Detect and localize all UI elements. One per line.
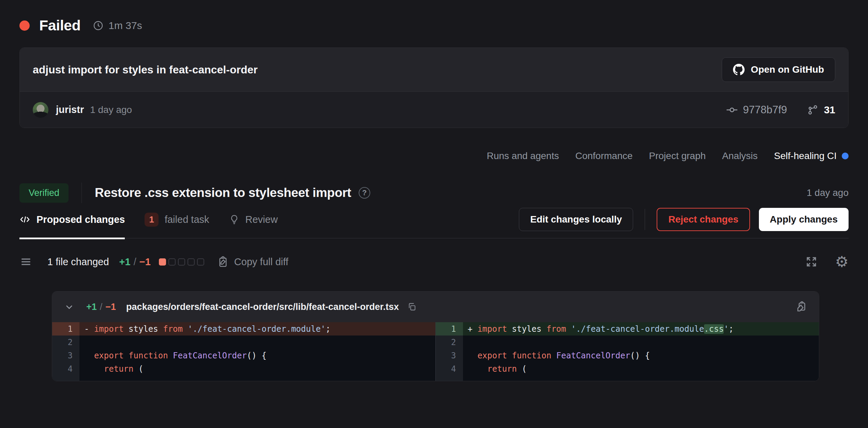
- code-line: 4 return (: [52, 362, 435, 375]
- diff-pane-before: 1 - import styles from './feat-cancel-or…: [52, 322, 436, 381]
- code-line: 1 - import styles from './feat-cancel-or…: [52, 322, 435, 336]
- github-icon: [733, 64, 745, 75]
- nav-analysis[interactable]: Analysis: [722, 151, 758, 161]
- tab-label: failed task: [165, 214, 209, 225]
- copy-full-diff-button[interactable]: Copy full diff: [217, 256, 288, 268]
- line-number: 1: [436, 322, 463, 336]
- clipboard-paste-icon[interactable]: [795, 301, 807, 313]
- git-commit-icon: [726, 104, 738, 116]
- tab-label: Proposed changes: [36, 214, 125, 225]
- diff-body: 1 - import styles from './feat-cancel-or…: [52, 322, 819, 381]
- code-text: return (: [79, 362, 435, 375]
- vertical-divider: [81, 183, 82, 203]
- fix-time-ago: 1 day ago: [807, 187, 849, 198]
- file-deletions: −1: [105, 302, 116, 312]
- nav-label: Conformance: [575, 151, 632, 161]
- code-line: 1 + import styles from './feat-cancel-or…: [436, 322, 819, 336]
- tab-proposed-changes[interactable]: Proposed changes: [19, 214, 125, 225]
- commit-message: adjust import for styles in feat-cancel-…: [33, 63, 258, 76]
- file-diffstat: +1 / −1: [86, 302, 116, 312]
- nav-label: Self-healing CI: [774, 151, 837, 161]
- commit-hash: 9778b7f9: [743, 104, 787, 116]
- code-text: return (: [463, 362, 819, 375]
- file-diffstat-slash: /: [100, 302, 103, 312]
- nav-label: Runs and agents: [487, 151, 559, 161]
- nav-project-graph[interactable]: Project graph: [649, 151, 706, 161]
- diff-file-header: +1 / −1 packages/orders/feat-cancel-orde…: [52, 291, 819, 322]
- apply-changes-button[interactable]: Apply changes: [759, 208, 849, 231]
- fix-heading-row: Verified Restore .css extension to style…: [19, 183, 849, 203]
- clipboard-icon: [217, 256, 229, 268]
- status-failed-dot: [19, 20, 30, 31]
- author-name: juristr: [56, 104, 84, 115]
- code-text: export function FeatCancelOrder() {: [463, 349, 819, 362]
- run-duration: 1m 37s: [108, 20, 142, 31]
- file-list-icon[interactable]: [19, 255, 32, 268]
- line-number: 2: [436, 336, 463, 349]
- commit-hash-group[interactable]: 9778b7f9: [726, 104, 787, 116]
- nav-conformance[interactable]: Conformance: [575, 151, 632, 161]
- commit-title-row: adjust import for styles in feat-cancel-…: [20, 48, 848, 91]
- code-text: - import styles from './feat-cancel-orde…: [79, 322, 435, 336]
- fix-title: Restore .css extension to stylesheet imp…: [95, 186, 351, 200]
- code-line: 4 return (: [436, 362, 819, 375]
- fix-tabs-row: Proposed changes 1 failed task Review Ed…: [19, 203, 849, 239]
- git-branch-icon: [807, 104, 819, 116]
- code-line: 2: [52, 336, 435, 349]
- diffstat-slash: /: [134, 256, 136, 268]
- code-icon: [19, 214, 30, 225]
- copy-full-diff-label: Copy full diff: [234, 256, 288, 268]
- lightbulb-icon: [229, 214, 239, 225]
- code-line: 2: [436, 336, 819, 349]
- clock-icon: [93, 20, 104, 31]
- failed-count-badge: 1: [145, 213, 158, 227]
- code-text: [463, 336, 819, 349]
- branch-count-group[interactable]: 31: [807, 104, 835, 116]
- line-number: 4: [436, 362, 463, 375]
- line-number: 3: [52, 349, 79, 362]
- copy-path-icon[interactable]: [407, 302, 417, 312]
- diffstat-blocks: [159, 258, 204, 266]
- reject-changes-button[interactable]: Reject changes: [657, 208, 750, 231]
- file-additions: +1: [86, 302, 97, 312]
- files-changed-label: 1 file changed: [47, 256, 109, 268]
- deletions-count: −1: [139, 256, 151, 268]
- diff-toolbar: 1 file changed +1 / −1 Copy full diff ⚙: [19, 254, 849, 269]
- avatar: [33, 102, 48, 118]
- nav-label: Project graph: [649, 151, 706, 161]
- verified-badge: Verified: [19, 183, 69, 203]
- commit-author-row: juristr 1 day ago 9778b7f9 31: [20, 91, 848, 128]
- diff-pane-after: 1 + import styles from './feat-cancel-or…: [436, 322, 819, 381]
- code-line: 3 export function FeatCancelOrder() {: [436, 349, 819, 362]
- line-number: 4: [52, 362, 79, 375]
- run-status-row: Failed 1m 37s: [19, 0, 849, 34]
- tab-review[interactable]: Review: [229, 214, 278, 225]
- code-text: [79, 336, 435, 349]
- open-on-github-button[interactable]: Open on GitHub: [722, 57, 835, 82]
- workspace-nav: Runs and agents Conformance Project grap…: [19, 151, 849, 161]
- commit-time-ago: 1 day ago: [90, 104, 132, 115]
- line-number: 3: [436, 349, 463, 362]
- expand-icon[interactable]: [805, 256, 818, 268]
- additions-count: +1: [119, 256, 131, 268]
- open-on-github-label: Open on GitHub: [751, 64, 824, 75]
- diffstat: +1 / −1: [119, 256, 151, 268]
- action-divider: [645, 209, 645, 230]
- code-spacer: [436, 375, 819, 381]
- help-icon[interactable]: ?: [359, 187, 370, 199]
- edit-changes-locally-button[interactable]: Edit changes locally: [519, 208, 633, 231]
- nav-label: Analysis: [722, 151, 758, 161]
- tab-label: Review: [245, 214, 278, 225]
- nav-self-healing-ci[interactable]: Self-healing CI: [774, 151, 849, 161]
- tab-failed-task[interactable]: 1 failed task: [145, 213, 209, 227]
- code-spacer: [52, 375, 435, 381]
- line-number: 1: [52, 322, 79, 336]
- chevron-down-icon[interactable]: [64, 301, 75, 312]
- commit-card: adjust import for styles in feat-cancel-…: [19, 47, 849, 128]
- code-line: 3 export function FeatCancelOrder() {: [52, 349, 435, 362]
- gear-icon[interactable]: ⚙: [835, 254, 849, 269]
- nav-runs-and-agents[interactable]: Runs and agents: [487, 151, 559, 161]
- notification-dot: [842, 153, 849, 159]
- code-text: export function FeatCancelOrder() {: [79, 349, 435, 362]
- branch-count: 31: [824, 104, 835, 116]
